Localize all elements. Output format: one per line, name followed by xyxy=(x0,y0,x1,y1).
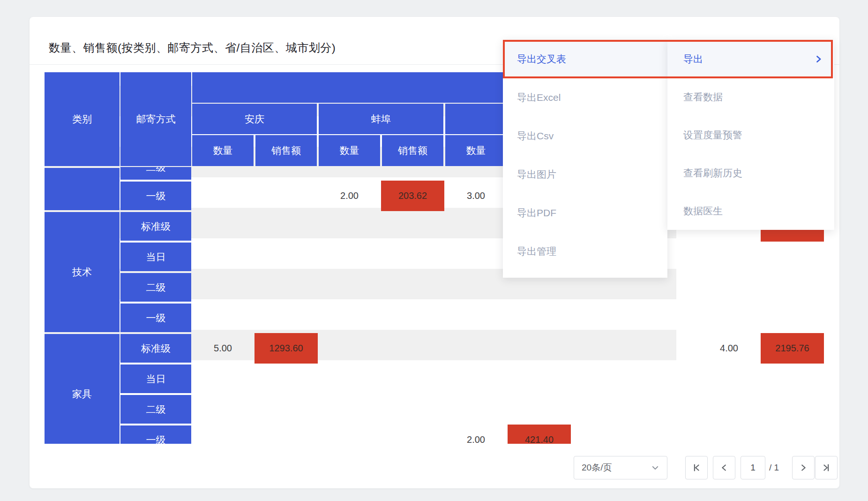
submenu-item[interactable]: 导出图片 xyxy=(503,155,667,194)
row-label-cell: 二级 xyxy=(120,167,191,180)
chevron-down-icon xyxy=(651,463,659,472)
submenu-item[interactable]: 导出Csv xyxy=(503,117,667,155)
alert-data-cell: 203.62 xyxy=(381,181,444,211)
page-number-input[interactable] xyxy=(741,456,765,479)
context-menu-item[interactable]: 查看数据 xyxy=(667,78,834,116)
row-label-cell: 一级 xyxy=(120,182,191,210)
column-header-mail: 邮寄方式 xyxy=(120,72,191,166)
alert-data-cell: 2195.76 xyxy=(761,333,824,364)
row-label-cell: 当日 xyxy=(120,364,191,393)
chevron-right-icon xyxy=(814,54,823,64)
data-cell: 2.00 xyxy=(318,181,381,211)
prev-page-button[interactable] xyxy=(713,456,735,479)
column-header-category: 类别 xyxy=(45,72,120,166)
city-header: 安庆 xyxy=(192,104,317,134)
last-page-button[interactable] xyxy=(815,456,838,479)
page-size-label: 20条/页 xyxy=(582,462,612,474)
row-label-cell: 二级 xyxy=(120,273,191,302)
row-label: 一级 xyxy=(146,190,166,203)
row-label: 二级 xyxy=(146,403,166,416)
data-cell: 2.00 xyxy=(444,425,508,444)
row-label: 标准级 xyxy=(141,342,171,355)
data-cell: 3.00 xyxy=(444,181,508,211)
row-label: 一级 xyxy=(146,433,166,444)
first-page-button[interactable] xyxy=(685,456,708,479)
submenu-item[interactable]: 导出PDF xyxy=(503,194,667,232)
row-label: 标准级 xyxy=(141,220,171,233)
measure-header: 数量 xyxy=(319,135,380,166)
submenu-item[interactable]: 导出管理 xyxy=(503,232,667,271)
measure-header: 数量 xyxy=(445,135,507,166)
chevron-right-icon xyxy=(798,463,808,473)
measure-header: 数量 xyxy=(192,135,254,166)
row-label: 二级 xyxy=(146,281,166,294)
page-total-label: / 1 xyxy=(769,456,791,479)
context-menu-item[interactable]: 导出 xyxy=(667,40,834,78)
page-size-select[interactable]: 20条/页 xyxy=(574,456,667,479)
first-page-icon xyxy=(691,463,702,473)
alert-data-cell: 1293.60 xyxy=(254,333,318,364)
last-page-icon xyxy=(821,463,831,473)
city-header: 蚌埠 xyxy=(319,104,443,134)
page-title: 数量、销售额(按类别、邮寄方式、省/自治区、城市划分) xyxy=(49,40,336,55)
row-label-cell: 一级 xyxy=(120,304,191,332)
export-submenu: 导出交叉表导出Excel导出Csv导出图片导出PDF导出管理 xyxy=(503,40,667,278)
row-label: 当日 xyxy=(146,250,166,264)
submenu-item[interactable]: 导出交叉表 xyxy=(503,40,667,78)
data-cell: 5.00 xyxy=(191,333,254,364)
row-label-cell: 一级 xyxy=(120,425,191,444)
row-label: 二级 xyxy=(120,167,191,174)
measure-header: 销售额 xyxy=(382,135,443,166)
row-label-cell: 当日 xyxy=(120,243,191,271)
row-label-cell: 标准级 xyxy=(120,334,191,363)
context-menu: 导出查看数据设置度量预警查看刷新历史数据医生 xyxy=(667,40,834,230)
context-menu-item[interactable]: 查看刷新历史 xyxy=(667,154,834,192)
measure-header: 销售额 xyxy=(255,135,317,166)
alert-data-cell: 421.40 xyxy=(508,425,571,444)
next-page-button[interactable] xyxy=(792,456,815,479)
row-label: 当日 xyxy=(146,372,166,386)
submenu-item[interactable]: 导出Excel xyxy=(503,78,667,117)
row-label-cell: 标准级 xyxy=(120,212,191,241)
row-label-cell: 二级 xyxy=(120,395,191,424)
category-cell xyxy=(45,168,120,210)
category-cell: 家具 xyxy=(45,334,120,444)
category-cell: 技术 xyxy=(45,212,120,332)
context-menu-item[interactable]: 设置度量预警 xyxy=(667,116,834,154)
page-background: { "card": { "title": "数量、销售额(按类别、邮寄方式、省/… xyxy=(0,0,868,501)
data-cell: 4.00 xyxy=(697,333,761,364)
context-menu-item[interactable]: 数据医生 xyxy=(667,192,834,230)
row-label: 一级 xyxy=(146,311,166,325)
chevron-left-icon xyxy=(719,463,729,473)
